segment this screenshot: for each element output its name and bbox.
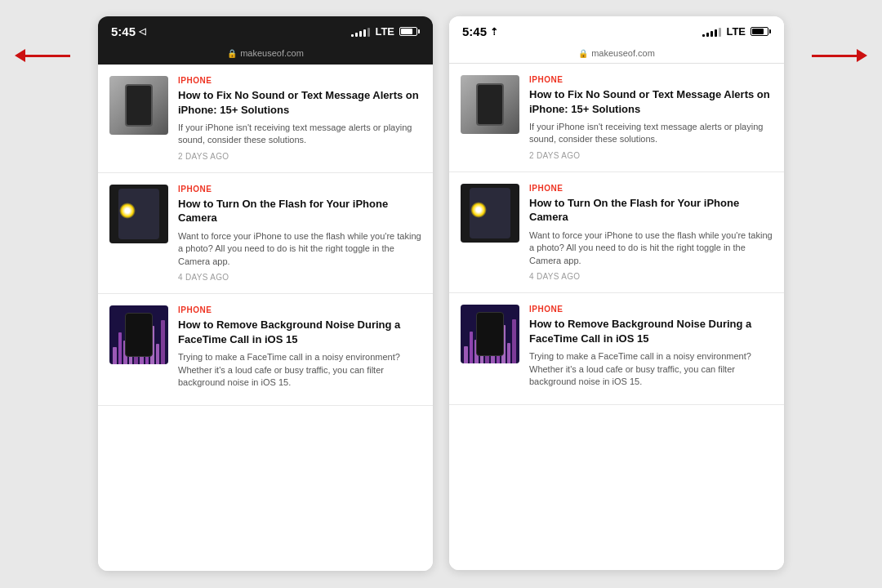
thumb-phone-keyboard-1 <box>109 76 168 135</box>
lock-icon-dark: 🔒 <box>227 49 237 58</box>
article-category-3-dark: IPHONE <box>178 305 421 314</box>
article-excerpt-1-dark: If your iPhone isn't receiving text mess… <box>178 122 421 147</box>
articles-dark[interactable]: IPHONE How to Fix No Sound or Text Messa… <box>98 65 433 571</box>
article-thumb-1-dark <box>109 76 168 135</box>
lock-icon-light: 🔒 <box>578 49 588 58</box>
phone-dark: 5:45 ◁ LTE 🔒 makeuseof.com <box>98 16 433 571</box>
thumb-facetime-noise-2 <box>461 305 519 363</box>
article-time-1-dark: 2 DAYS AGO <box>178 152 421 161</box>
thumb-facetime-noise-1 <box>109 305 168 364</box>
article-thumb-2-dark <box>109 185 168 243</box>
arrow-right-indicator <box>812 49 867 62</box>
arrow-line-left <box>25 55 70 57</box>
url-bar-dark: 🔒 makeuseof.com <box>98 45 433 65</box>
status-right-dark: LTE <box>351 25 420 38</box>
article-content-1-dark: IPHONE How to Fix No Sound or Text Messa… <box>178 76 421 161</box>
article-content-2-light: IPHONE How to Turn On the Flash for Your… <box>529 184 773 281</box>
article-content-2-dark: IPHONE How to Turn On the Flash for Your… <box>178 185 421 282</box>
article-title-3-light[interactable]: How to Remove Background Noise During a … <box>529 317 773 345</box>
article-content-3-light: IPHONE How to Remove Background Noise Du… <box>529 305 773 393</box>
signal-bars-dark <box>351 27 370 37</box>
location-icon-light: ⇡ <box>490 26 498 38</box>
article-time-2-light: 4 DAYS AGO <box>529 272 773 281</box>
url-text-dark: makeuseof.com <box>240 48 304 58</box>
article-category-3-light: IPHONE <box>529 305 773 314</box>
article-time-2-dark: 4 DAYS AGO <box>178 273 421 282</box>
article-title-1-light[interactable]: How to Fix No Sound or Text Message Aler… <box>529 87 773 116</box>
time-display-dark: 5:45 <box>111 24 136 38</box>
battery-body-light <box>751 27 768 36</box>
article-category-1-dark: IPHONE <box>178 76 421 85</box>
article-thumb-1-light <box>461 75 519 134</box>
article-title-2-light[interactable]: How to Turn On the Flash for Your iPhone… <box>529 196 773 225</box>
article-item[interactable]: IPHONE How to Turn On the Flash for Your… <box>449 172 784 293</box>
signal-bars-light <box>702 27 721 37</box>
battery-tip-dark <box>418 29 420 33</box>
network-dark: LTE <box>375 25 394 38</box>
phone-light: 5:45 ⇡ LTE 🔒 makeuseof.com <box>449 16 784 570</box>
time-display-light: 5:45 <box>462 24 487 38</box>
article-item[interactable]: IPHONE How to Remove Background Noise Du… <box>98 294 433 406</box>
article-category-1-light: IPHONE <box>529 75 773 84</box>
article-title-3-dark[interactable]: How to Remove Background Noise During a … <box>178 318 421 346</box>
status-time-light: 5:45 ⇡ <box>462 24 498 38</box>
status-right-light: LTE <box>702 25 771 38</box>
eq-bars-2 <box>461 305 519 363</box>
battery-light <box>751 27 771 36</box>
article-excerpt-3-light: Trying to make a FaceTime call in a nois… <box>529 350 773 388</box>
battery-dark <box>399 27 420 36</box>
article-excerpt-2-light: Want to force your iPhone to use the fla… <box>529 229 773 267</box>
arrow-left-indicator <box>15 49 70 62</box>
article-item[interactable]: IPHONE How to Fix No Sound or Text Messa… <box>98 65 433 173</box>
arrow-head-right <box>857 49 867 62</box>
article-thumb-2-light <box>461 184 519 243</box>
location-icon-dark: ◁ <box>139 26 145 37</box>
article-time-1-light: 2 DAYS AGO <box>529 151 773 160</box>
url-text-light: makeuseof.com <box>591 48 655 58</box>
article-content-1-light: IPHONE How to Fix No Sound or Text Messa… <box>529 75 773 160</box>
article-title-1-dark[interactable]: How to Fix No Sound or Text Message Aler… <box>178 88 421 117</box>
thumb-camera-flash-1 <box>109 185 168 243</box>
article-thumb-3-dark <box>109 305 168 364</box>
status-bar-dark: 5:45 ◁ LTE <box>98 16 433 45</box>
article-excerpt-3-dark: Trying to make a FaceTime call in a nois… <box>178 351 421 389</box>
status-time-dark: 5:45 ◁ <box>111 24 145 38</box>
article-excerpt-1-light: If your iPhone isn't receiving text mess… <box>529 121 773 146</box>
article-category-2-dark: IPHONE <box>178 185 421 194</box>
thumb-phone-keyboard-2 <box>461 75 519 134</box>
article-item[interactable]: IPHONE How to Remove Background Noise Du… <box>449 293 784 405</box>
article-category-2-light: IPHONE <box>529 184 773 193</box>
article-thumb-3-light <box>461 305 519 363</box>
article-item[interactable]: IPHONE How to Turn On the Flash for Your… <box>98 173 433 294</box>
battery-tip-light <box>769 29 771 33</box>
article-content-3-dark: IPHONE How to Remove Background Noise Du… <box>178 305 421 394</box>
arrow-head-left <box>15 49 25 62</box>
thumb-camera-flash-2 <box>461 184 519 243</box>
battery-body-dark <box>399 27 417 36</box>
status-bar-light: 5:45 ⇡ LTE <box>449 16 784 45</box>
articles-light[interactable]: IPHONE How to Fix No Sound or Text Messa… <box>449 64 784 570</box>
arrow-line-right <box>812 55 857 57</box>
eq-bars-1 <box>109 305 168 364</box>
network-light: LTE <box>726 25 746 38</box>
article-excerpt-2-dark: Want to force your iPhone to use the fla… <box>178 230 421 268</box>
url-bar-light: 🔒 makeuseof.com <box>449 45 784 64</box>
article-title-2-dark[interactable]: How to Turn On the Flash for Your iPhone… <box>178 197 421 225</box>
article-item[interactable]: IPHONE How to Fix No Sound or Text Messa… <box>449 64 784 172</box>
